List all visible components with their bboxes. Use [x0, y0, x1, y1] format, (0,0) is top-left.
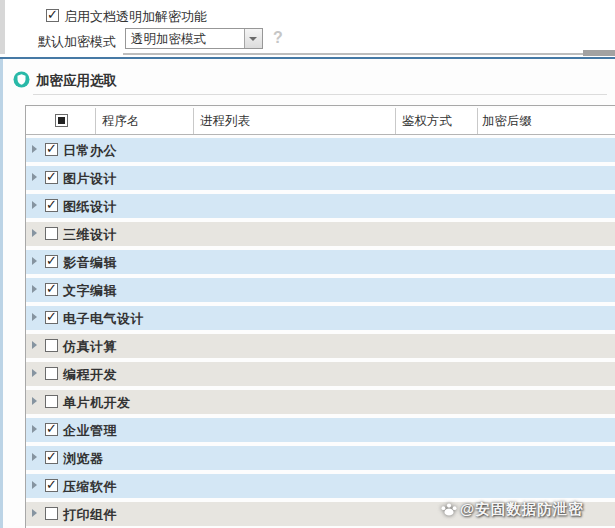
watermark-text: @安固数据防泄密 — [460, 500, 584, 519]
left-edge-strip — [0, 0, 5, 54]
encrypt-shield-icon — [13, 71, 30, 88]
row-label: 单片机开发 — [63, 394, 131, 412]
expand-arrow-icon[interactable] — [32, 229, 37, 237]
enable-transparent-encryption-label: 启用文档透明加解密功能 — [64, 8, 207, 26]
table-row[interactable]: 三维设计 — [26, 222, 615, 246]
watermark: @安固数据防泄密 — [440, 497, 584, 521]
table-row[interactable]: 企业管理 — [26, 418, 615, 442]
row-checkbox[interactable] — [45, 255, 58, 268]
row-checkbox[interactable] — [45, 507, 58, 520]
chevron-down-icon[interactable] — [244, 29, 262, 48]
expand-arrow-icon[interactable] — [32, 173, 37, 181]
row-label: 图片设计 — [63, 170, 117, 188]
row-checkbox[interactable] — [45, 227, 58, 240]
table-row[interactable]: 日常办公 — [26, 138, 615, 162]
expand-arrow-icon[interactable] — [32, 453, 37, 461]
encryption-mode-value: 透明加密模式 — [131, 31, 206, 48]
row-checkbox[interactable] — [45, 339, 58, 352]
table-row[interactable]: 仿真计算 — [26, 334, 615, 358]
top-divider-end — [583, 50, 615, 56]
encryption-settings-screen: 启用文档透明加解密功能 默认加密模式 透明加密模式 ? 加密应用选取 程序名 进… — [0, 0, 615, 528]
table-row[interactable]: 压缩软件 — [26, 474, 615, 498]
paw-icon — [440, 501, 458, 517]
row-label: 电子电气设计 — [63, 310, 144, 328]
row-label: 日常办公 — [63, 142, 117, 160]
groupbox-top-line — [33, 94, 607, 95]
row-label: 编程开发 — [63, 366, 117, 384]
encryption-mode-dropdown[interactable]: 透明加密模式 — [125, 28, 263, 49]
table-top-border — [25, 105, 615, 106]
table-row[interactable]: 文字编辑 — [26, 278, 615, 302]
row-label: 打印组件 — [63, 506, 117, 524]
column-header-program-name[interactable]: 程序名 — [102, 113, 140, 130]
row-checkbox[interactable] — [45, 199, 58, 212]
top-divider — [123, 53, 583, 55]
table-body: 日常办公 图片设计 图纸设计 三维设计 影音编辑 文字编辑 电子电气设计 — [26, 138, 615, 528]
row-checkbox[interactable] — [45, 311, 58, 324]
expand-arrow-icon[interactable] — [32, 201, 37, 209]
table-row[interactable]: 图纸设计 — [26, 194, 615, 218]
column-divider — [95, 108, 96, 134]
row-label: 仿真计算 — [63, 338, 117, 356]
row-checkbox[interactable] — [45, 479, 58, 492]
column-divider — [477, 108, 478, 134]
help-icon[interactable]: ? — [273, 29, 283, 47]
expand-arrow-icon[interactable] — [32, 257, 37, 265]
table-row[interactable]: 单片机开发 — [26, 390, 615, 414]
expand-arrow-icon[interactable] — [32, 509, 37, 517]
expand-arrow-icon[interactable] — [32, 145, 37, 153]
row-label: 影音编辑 — [63, 254, 117, 272]
panel-left-border — [0, 59, 3, 528]
column-divider — [193, 108, 194, 134]
panel-title: 加密应用选取 — [36, 72, 117, 90]
row-label: 企业管理 — [63, 422, 117, 440]
table-row[interactable]: 电子电气设计 — [26, 306, 615, 330]
column-header-encrypt-suffix[interactable]: 加密后缀 — [482, 113, 532, 130]
column-divider — [395, 108, 396, 134]
row-checkbox[interactable] — [45, 367, 58, 380]
row-label: 浏览器 — [63, 450, 104, 468]
expand-arrow-icon[interactable] — [32, 425, 37, 433]
expand-arrow-icon[interactable] — [32, 481, 37, 489]
table-row[interactable]: 影音编辑 — [26, 250, 615, 274]
expand-arrow-icon[interactable] — [32, 369, 37, 377]
select-all-checkbox[interactable] — [55, 114, 68, 127]
expand-arrow-icon[interactable] — [32, 313, 37, 321]
row-checkbox[interactable] — [45, 423, 58, 436]
row-checkbox[interactable] — [45, 395, 58, 408]
table-row[interactable]: 编程开发 — [26, 362, 615, 386]
expand-arrow-icon[interactable] — [32, 341, 37, 349]
default-encryption-mode-label: 默认加密模式 — [38, 33, 116, 51]
expand-arrow-icon[interactable] — [32, 285, 37, 293]
table-row[interactable]: 浏览器 — [26, 446, 615, 470]
table-row[interactable]: 图片设计 — [26, 166, 615, 190]
enable-transparent-encryption-checkbox[interactable] — [46, 9, 59, 22]
row-checkbox[interactable] — [45, 451, 58, 464]
encryption-app-panel: 加密应用选取 程序名 进程列表 鉴权方式 加密后缀 日常办公 图片设计 — [0, 57, 615, 528]
row-label: 三维设计 — [63, 226, 117, 244]
row-checkbox[interactable] — [45, 143, 58, 156]
expand-arrow-icon[interactable] — [32, 397, 37, 405]
row-label: 压缩软件 — [63, 478, 117, 496]
table-header-row: 程序名 进程列表 鉴权方式 加密后缀 — [26, 108, 615, 135]
row-checkbox[interactable] — [45, 283, 58, 296]
row-label: 图纸设计 — [63, 198, 117, 216]
column-header-process-list[interactable]: 进程列表 — [200, 113, 250, 130]
column-header-auth-method[interactable]: 鉴权方式 — [402, 113, 452, 130]
row-checkbox[interactable] — [45, 171, 58, 184]
row-label: 文字编辑 — [63, 282, 117, 300]
